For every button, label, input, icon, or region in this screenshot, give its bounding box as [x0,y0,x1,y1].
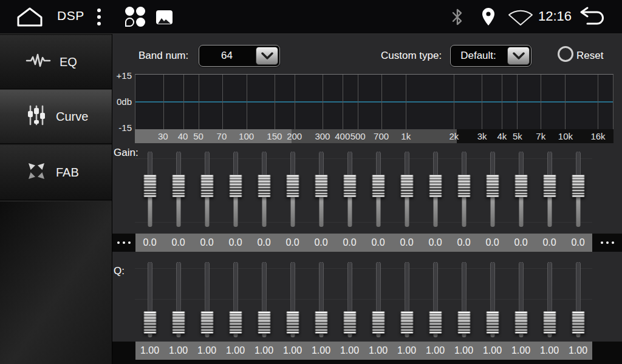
gain-band-slider[interactable] [335,149,364,229]
q-band-slider[interactable] [507,260,535,340]
gain-band-slider[interactable] [449,149,478,229]
q-band-slider[interactable] [193,260,221,340]
gain-band-slider[interactable] [564,149,592,229]
slider-knob[interactable] [572,311,584,334]
slider-knob[interactable] [543,175,556,197]
custom-type-label: Custom type: [381,50,442,62]
gain-band-slider[interactable] [135,149,164,229]
slider-knob[interactable] [429,311,442,334]
q-value: 1.00 [449,342,478,360]
sidebar-item-fab[interactable]: FAB [0,144,112,200]
q-band-slider[interactable] [392,260,421,340]
main-content: Band num: 64 Custom type: Default: Reset… [112,34,622,364]
gain-value: 0.0 [164,234,193,252]
slider-knob[interactable] [258,311,270,334]
slider-knob[interactable] [343,311,356,334]
gridline [183,75,184,129]
gain-band-slider[interactable] [250,149,278,229]
slider-knob[interactable] [315,175,327,197]
sidebar-item-curve[interactable]: Curve [0,89,112,144]
q-band-slider[interactable] [449,260,478,340]
slider-knob[interactable] [486,175,499,197]
gain-band-slider[interactable] [307,149,335,229]
slider-knob[interactable] [400,175,413,197]
back-return-icon[interactable] [577,7,609,27]
slider-knob[interactable] [200,175,213,197]
slider-knob[interactable] [229,175,242,197]
slider-knob[interactable] [372,311,384,334]
q-band-slider[interactable] [250,260,278,340]
gain-band-slider[interactable] [421,149,449,229]
gain-band-slider[interactable] [392,149,421,229]
slider-knob[interactable] [258,175,270,197]
slider-knob[interactable] [143,175,156,197]
wifi-empty-icon[interactable] [507,10,535,27]
custom-type-dropdown[interactable]: Default: [450,45,531,67]
q-band-slider[interactable] [535,260,564,340]
home-icon[interactable] [16,7,44,27]
slider-knob[interactable] [372,175,384,197]
q-band-slider[interactable] [564,260,592,340]
slider-knob[interactable] [286,175,299,197]
gain-band-slider[interactable] [278,149,307,229]
q-band-slider[interactable] [135,260,164,340]
slider-knob[interactable] [143,311,156,334]
q-section-label: Q: [114,265,125,277]
gain-band-slider[interactable] [164,149,193,229]
gain-band-slider[interactable] [193,149,221,229]
chevron-down-icon[interactable] [256,47,278,65]
gain-band-slider[interactable] [535,149,564,229]
gallery-icon[interactable] [156,10,173,24]
slider-knob[interactable] [200,311,213,334]
slider-knob[interactable] [315,311,327,334]
q-band-slider[interactable] [335,260,364,340]
gain-band-slider[interactable] [364,149,392,229]
q-value: 1.00 [507,342,535,360]
gain-band-slider[interactable] [221,149,250,229]
location-pin-icon[interactable] [481,7,496,27]
slider-knob[interactable] [172,311,185,334]
gridline [343,75,343,129]
frequency-tick-label: 150 [267,129,282,143]
slider-knob[interactable] [572,175,584,197]
bluetooth-icon[interactable] [451,8,464,26]
q-band-slider[interactable] [164,260,193,340]
slider-knob[interactable] [400,311,413,334]
gain-scroll-left-button[interactable] [112,234,135,252]
q-band-slider[interactable] [221,260,250,340]
slider-knob[interactable] [457,175,470,197]
q-band-slider[interactable] [478,260,507,340]
reset-radio-button[interactable] [558,46,573,62]
band-num-dropdown[interactable]: 64 [199,45,280,67]
slider-knob[interactable] [514,311,527,334]
sidebar-item-eq[interactable]: EQ [0,35,112,89]
slider-knob[interactable] [429,175,442,197]
three-dot-menu-icon[interactable] [95,7,103,27]
status-bar: DSP 12:16 [0,0,622,34]
q-band-slider[interactable] [278,260,307,340]
eq-curve-plot[interactable] [135,74,613,129]
chevron-down-icon[interactable] [507,47,530,65]
slider-knob[interactable] [343,175,356,197]
app-title: DSP [57,8,84,23]
gain-band-slider[interactable] [507,149,535,229]
frequency-tick-label: 16k [590,129,605,143]
clover-apps-icon[interactable] [125,7,145,27]
slider-knob[interactable] [172,175,185,197]
gridline [295,75,295,129]
q-band-slider[interactable] [307,260,335,340]
gain-band-slider[interactable] [478,149,507,229]
gridline [275,75,275,129]
slider-knob[interactable] [514,175,527,197]
gain-value: 0.0 [335,234,364,252]
q-band-slider[interactable] [421,260,449,340]
slider-knob[interactable] [486,311,499,334]
slider-track-upper [376,262,380,315]
slider-knob[interactable] [229,311,242,334]
band-num-value: 64 [199,46,255,66]
slider-knob[interactable] [543,311,556,334]
slider-knob[interactable] [286,311,299,334]
q-band-slider[interactable] [364,260,392,340]
slider-knob[interactable] [457,311,470,334]
gain-scroll-right-button[interactable] [592,234,622,252]
